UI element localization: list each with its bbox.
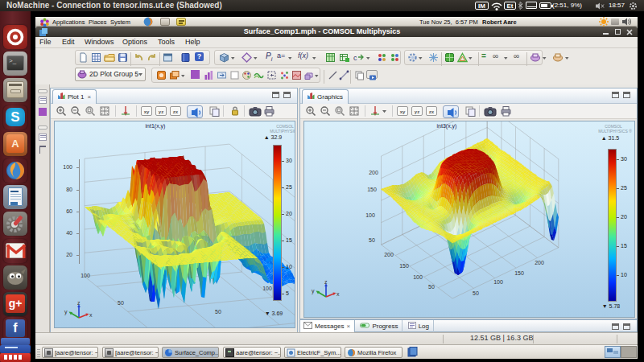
svg-text:c: c	[353, 54, 357, 62]
svg-text:y: y	[64, 309, 68, 315]
svg-text:x: x	[89, 312, 93, 318]
svg-text:y: y	[312, 288, 315, 294]
svg-text:z: z	[324, 279, 328, 285]
svg-text:x: x	[336, 291, 340, 297]
svg-text:z: z	[77, 300, 80, 306]
